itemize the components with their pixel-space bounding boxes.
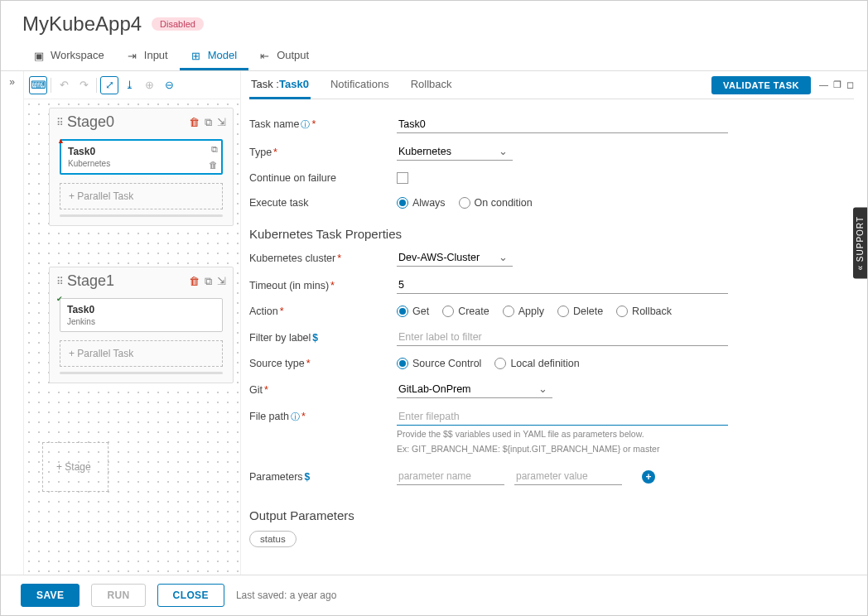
delete-stage-icon[interactable]: 🗑 (189, 275, 200, 288)
ok-marker-icon: ✔ (56, 295, 63, 303)
label-type: Type (249, 147, 272, 158)
delete-stage-icon[interactable]: 🗑 (189, 116, 200, 129)
drag-handle-icon[interactable]: ⠿ (56, 276, 62, 287)
task-type: Kubernetes (68, 159, 215, 168)
type-select[interactable] (397, 143, 513, 161)
copy-task-icon[interactable]: ⧉ (211, 144, 218, 155)
support-tab[interactable]: « SUPPORT (853, 208, 867, 279)
filepath-hint2: Ex: GIT_BRANCH_NAME: ${input.GIT_BRANCH_… (397, 444, 854, 455)
section-output-params: Output Parameters (249, 508, 854, 522)
task-name: Task0 (67, 304, 215, 315)
stage-card-1[interactable]: ⠿ Stage1 🗑 ⧉ ⇲ ✔ Task0 Jenkins + Paralle… (49, 267, 234, 383)
radio-always[interactable]: Always (397, 197, 446, 209)
subtab-rollback[interactable]: Rollback (409, 71, 454, 99)
copy-stage-icon[interactable]: ⧉ (205, 275, 212, 288)
info-icon[interactable]: ⓘ (291, 411, 300, 421)
label-cluster: Kubernetes cluster (249, 253, 335, 264)
radio-source-control[interactable]: Source Control (397, 358, 481, 369)
param-value-input[interactable] (514, 468, 622, 485)
git-select[interactable] (397, 381, 552, 398)
minimize-icon[interactable]: — (819, 79, 828, 90)
radio-get[interactable]: Get (397, 306, 429, 317)
delete-task-icon[interactable]: 🗑 (209, 160, 218, 170)
close-button[interactable]: CLOSE (157, 584, 224, 607)
radio-create[interactable]: Create (442, 306, 489, 317)
page-header: MyKubeApp4 Disabled (1, 1, 867, 42)
variable-icon[interactable]: $ (305, 471, 311, 483)
radio-on-condition[interactable]: On condition (459, 197, 533, 209)
more-stage-icon[interactable]: ⇲ (217, 116, 226, 129)
output-icon: ⇤ (260, 50, 272, 61)
radio-rollback[interactable]: Rollback (616, 306, 672, 317)
status-badge: Disabled (152, 17, 204, 31)
main-tabs: ▣Workspace ⇥Input ⊞Model ⇤Output (1, 42, 867, 71)
label-parameters: Parameters (249, 471, 303, 483)
last-saved-text: Last saved: a year ago (236, 590, 336, 601)
task-type: Jenkins (67, 317, 215, 326)
variable-icon[interactable]: $ (312, 332, 318, 344)
copy-stage-icon[interactable]: ⧉ (205, 116, 212, 129)
download-icon[interactable]: ⤓ (120, 76, 138, 94)
add-parameter-button[interactable]: + (642, 470, 655, 484)
stage-title: Stage0 (67, 113, 184, 131)
task-card-0[interactable]: ▲ Task0 Kubernetes ⧉ 🗑 (60, 139, 223, 175)
validate-task-button[interactable]: VALIDATE TASK (711, 76, 811, 94)
maximize-icon[interactable]: ◻ (846, 79, 854, 90)
stage-title: Stage1 (67, 272, 184, 290)
label-git: Git (249, 384, 263, 396)
continue-on-failure-checkbox[interactable] (397, 172, 408, 184)
info-icon[interactable]: ⓘ (301, 119, 310, 129)
subtab-task[interactable]: Task :Task0 (249, 71, 311, 99)
param-name-input[interactable] (397, 468, 504, 485)
tab-output[interactable]: ⇤Output (248, 42, 321, 70)
label-filepath: File path (249, 411, 289, 422)
run-button[interactable]: RUN (91, 584, 145, 607)
warning-marker-icon: ▲ (57, 137, 65, 145)
label-action: Action (249, 306, 278, 317)
restore-icon[interactable]: ❐ (833, 79, 841, 90)
subtab-notifications[interactable]: Notifications (329, 71, 391, 99)
fit-icon[interactable]: ⤢ (100, 76, 118, 94)
label-timeout: Timeout (in mins) (249, 280, 329, 291)
task-name: Task0 (68, 146, 215, 157)
cluster-select[interactable] (397, 249, 513, 267)
zoom-in-icon[interactable]: ⊕ (140, 76, 158, 94)
filepath-input[interactable] (397, 408, 728, 426)
input-icon: ⇥ (128, 50, 139, 61)
add-parallel-task[interactable]: + Parallel Task (60, 340, 223, 367)
radio-apply[interactable]: Apply (503, 306, 544, 317)
label-sourcetype: Source type (249, 358, 305, 369)
canvas-toolbar: ⌨ ↶ ↷ ⤢ ⤓ ⊕ ⊖ (24, 71, 240, 99)
section-kube-props: Kubernetes Task Properties (249, 227, 854, 241)
add-stage[interactable]: + Stage (42, 442, 108, 492)
label-execute: Execute task (249, 197, 397, 209)
output-param-chip[interactable]: status (249, 531, 297, 547)
filter-by-label-input[interactable] (397, 329, 728, 346)
redo-icon[interactable]: ↷ (75, 76, 93, 94)
stage-card-0[interactable]: ⠿ Stage0 🗑 ⧉ ⇲ ▲ Task0 Kubernetes ⧉ 🗑 + … (49, 108, 234, 226)
task-card-1[interactable]: ✔ Task0 Jenkins (60, 298, 223, 332)
label-taskname: Task name (249, 118, 299, 130)
label-filter: Filter by label (249, 332, 311, 344)
label-continue: Continue on failure (249, 172, 397, 184)
undo-icon[interactable]: ↶ (55, 76, 73, 94)
add-parallel-task[interactable]: + Parallel Task (60, 183, 223, 209)
sidebar-toggle[interactable]: » (1, 71, 24, 576)
timeout-input[interactable] (397, 277, 728, 294)
zoom-out-icon[interactable]: ⊖ (160, 76, 178, 94)
tab-input[interactable]: ⇥Input (116, 42, 180, 70)
model-icon: ⊞ (191, 50, 203, 61)
keyboard-icon[interactable]: ⌨ (29, 76, 47, 94)
radio-local-def[interactable]: Local definition (494, 358, 579, 369)
tab-model[interactable]: ⊞Model (180, 42, 248, 70)
task-name-input[interactable] (397, 116, 728, 133)
filepath-hint1: Provide the $$ variables used in YAML fi… (397, 429, 854, 440)
pipeline-canvas[interactable]: ⠿ Stage0 🗑 ⧉ ⇲ ▲ Task0 Kubernetes ⧉ 🗑 + … (24, 99, 240, 576)
properties-panel: Task :Task0 Notifications Rollback VALID… (241, 71, 867, 576)
more-stage-icon[interactable]: ⇲ (217, 275, 226, 288)
radio-delete[interactable]: Delete (557, 306, 603, 317)
drag-handle-icon[interactable]: ⠿ (56, 117, 62, 128)
workspace-icon: ▣ (34, 50, 46, 61)
save-button[interactable]: SAVE (21, 584, 80, 607)
tab-workspace[interactable]: ▣Workspace (22, 42, 116, 70)
